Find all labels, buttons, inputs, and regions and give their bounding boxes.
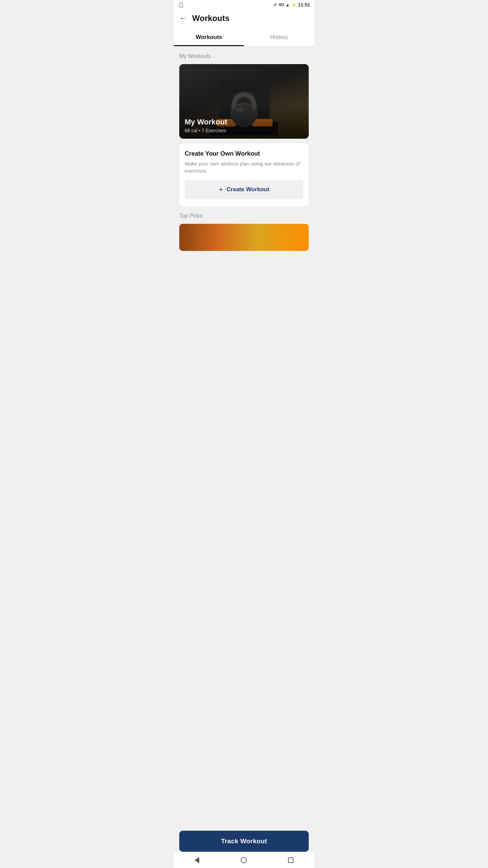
tab-history[interactable]: History: [244, 28, 314, 46]
signal-bars-icon: ▲: [285, 2, 290, 7]
bluetooth-icon: ✗: [273, 2, 277, 7]
clipboard-icon: 📋: [178, 2, 184, 7]
header: ← Workouts: [174, 9, 314, 28]
signal-label: 4G: [279, 2, 284, 7]
workout-card[interactable]: My Workout 68 cal • 7 Exercises: [179, 64, 309, 139]
battery-icon: ⚡: [291, 2, 297, 7]
create-workout-description: Make your own workout plan using our dat…: [185, 160, 303, 174]
tab-workouts[interactable]: Workouts: [174, 28, 244, 46]
top-picks-section: Top Picks: [179, 213, 309, 251]
top-picks-title: Top Picks: [179, 213, 309, 219]
main-content: My Workouts: [174, 46, 314, 258]
status-left: 📋: [178, 2, 184, 7]
time-label: 11:51: [298, 2, 310, 7]
my-workouts-section: My Workouts: [179, 53, 309, 206]
my-workouts-title: My Workouts: [179, 53, 309, 59]
create-workout-button-label: Create Workout: [226, 186, 269, 193]
create-workout-title: Create Your Own Workout: [185, 150, 303, 157]
page-title: Workouts: [192, 14, 229, 23]
status-bar: 📋 ✗ 4G ▲ ⚡ 11:51: [174, 0, 314, 9]
create-workout-card: Create Your Own Workout Make your own wo…: [179, 143, 309, 206]
top-picks-preview: [179, 224, 309, 251]
status-right: ✗ 4G ▲ ⚡ 11:51: [273, 2, 310, 7]
plus-icon: +: [219, 185, 223, 194]
workout-card-overlay: My Workout 68 cal • 7 Exercises: [179, 104, 309, 139]
workout-card-meta: 68 cal • 7 Exercises: [185, 128, 303, 133]
back-button[interactable]: ←: [179, 15, 187, 22]
tabs-container: Workouts History: [174, 28, 314, 46]
create-workout-button[interactable]: + Create Workout: [185, 180, 303, 199]
workout-card-name: My Workout: [185, 118, 303, 126]
